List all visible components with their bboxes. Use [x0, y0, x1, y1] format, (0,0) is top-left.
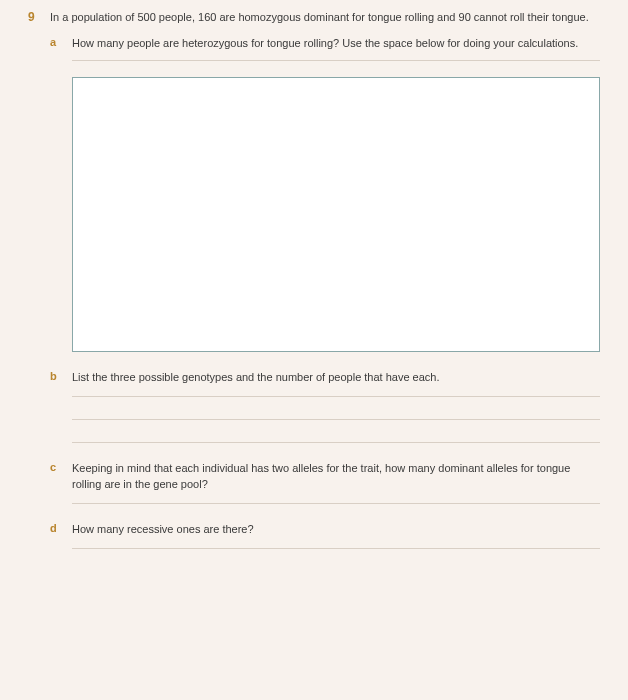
part-letter-c: c: [50, 461, 56, 473]
part-letter-d: d: [50, 522, 57, 534]
answer-rule: [72, 503, 600, 504]
worksheet-page: 9 In a population of 500 people, 160 are…: [0, 0, 628, 589]
part-d-text: How many recessive ones are there?: [72, 522, 600, 538]
part-letter-a: a: [50, 36, 56, 48]
question-parts: a How many people are heterozygous for t…: [50, 36, 600, 549]
question-9: 9 In a population of 500 people, 160 are…: [28, 10, 600, 549]
answer-rule: [72, 60, 600, 61]
part-d: d How many recessive ones are there?: [50, 522, 600, 549]
answer-rule: [72, 442, 600, 443]
part-a: a How many people are heterozygous for t…: [50, 36, 600, 352]
answer-lines[interactable]: [72, 548, 600, 549]
answer-rule: [72, 419, 600, 420]
part-b: b List the three possible genotypes and …: [50, 370, 600, 443]
part-a-text: How many people are heterozygous for ton…: [72, 36, 600, 52]
part-b-text: List the three possible genotypes and th…: [72, 370, 600, 386]
question-text: In a population of 500 people, 160 are h…: [50, 10, 600, 26]
part-c: c Keeping in mind that each individual h…: [50, 461, 600, 504]
part-c-text: Keeping in mind that each individual has…: [72, 461, 600, 493]
answer-lines[interactable]: [72, 396, 600, 443]
question-number: 9: [28, 10, 35, 24]
answer-rule: [72, 548, 600, 549]
answer-rule: [72, 396, 600, 397]
calculation-box[interactable]: [72, 77, 600, 352]
part-letter-b: b: [50, 370, 57, 382]
answer-lines[interactable]: [72, 503, 600, 504]
